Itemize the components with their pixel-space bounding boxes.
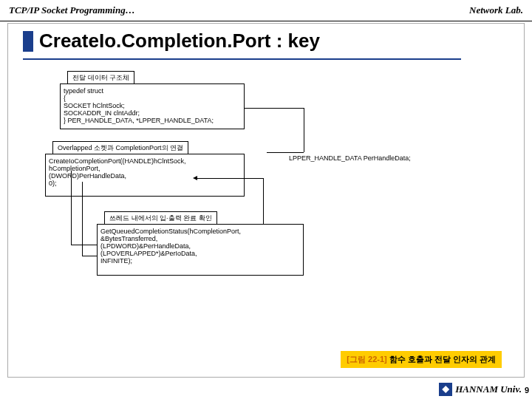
header: TCP/IP Socket Programming… Network Lab. — [0, 0, 532, 21]
caption-prefix: [그림 22-1] — [347, 355, 386, 364]
connector-line-8 — [82, 182, 83, 256]
connector-line-4 — [197, 178, 263, 179]
footer: HANNAM Univ. — [439, 383, 522, 396]
page-title: CreateIo.Completion.Port : key — [39, 30, 320, 52]
create-line4: 0); — [49, 180, 241, 187]
content-frame: CreateIo.Completion.Port : key 전달 데이터 구조… — [7, 23, 525, 378]
thread-line5: INFINITE); — [100, 257, 300, 265]
arrow-left-1 — [193, 176, 197, 180]
connector-line-2 — [304, 108, 304, 152]
title-marker — [23, 31, 33, 52]
caption-text: 함수 호출과 전달 인자의 관계 — [387, 355, 496, 364]
header-right: Network Lab. — [469, 4, 523, 16]
connector-line-7 — [71, 245, 97, 245]
connector-line-1 — [245, 108, 304, 109]
university-logo — [439, 383, 452, 396]
thread-line1: GetQueuedCompletionStatus(hCompletionPor… — [100, 228, 300, 235]
struct-line3: SOCKET hClntSock; — [64, 102, 241, 109]
title-underline — [23, 58, 461, 60]
connector-line-9 — [82, 256, 97, 256]
connector-line-3 — [267, 152, 304, 153]
struct-line1: typedef struct — [64, 87, 241, 95]
connector-line-6 — [71, 171, 72, 245]
thread-body: GetQueuedCompletionStatus(hCompletionPor… — [97, 224, 304, 276]
struct-body: typedef struct { SOCKET hClntSock; SOCKA… — [60, 83, 245, 129]
thread-line2: &BytesTransferred, — [100, 235, 300, 242]
struct-line2: { — [64, 95, 241, 102]
page-number: 9 — [525, 386, 529, 395]
create-body: CreateIoCompletionPort((HANDLE)hClntSock… — [45, 154, 245, 197]
title-bar: CreateIo.Completion.Port : key — [8, 24, 524, 58]
create-line1: CreateIoCompletionPort((HANDLE)hClntSock… — [49, 157, 241, 165]
footer-text: HANNAM Univ. — [455, 383, 522, 395]
thread-line3: (LPDWORD)&PerHandleData, — [100, 242, 300, 250]
struct-line4: SOCKADDR_IN clntAddr; — [64, 109, 241, 117]
struct-line5: } PER_HANDLE_DATA, *LPPER_HANDLE_DATA; — [64, 117, 241, 124]
figure-caption: [그림 22-1] 함수 호출과 전달 인자의 관계 — [341, 351, 502, 368]
thread-line4: (LPOVERLAPPED*)&PerIoData, — [100, 250, 300, 257]
create-line2: hCompletionPort, — [49, 165, 241, 172]
header-left: TCP/IP Socket Programming… — [9, 4, 135, 16]
logo-shape — [442, 386, 449, 393]
diagram-area: 전달 데이터 구조체 typedef struct { SOCKET hClnt… — [8, 67, 524, 333]
pointer-label: LPPER_HANDLE_DATA PerHandleData; — [289, 154, 411, 162]
